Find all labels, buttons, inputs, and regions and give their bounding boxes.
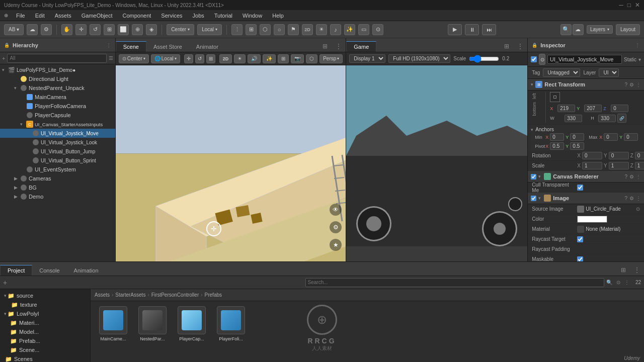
- menu-services[interactable]: Services: [159, 12, 184, 20]
- rt-more-icon[interactable]: ⋮: [636, 82, 641, 87]
- layers-dropdown[interactable]: Layers ▾: [587, 25, 613, 34]
- image-component-header[interactable]: ▾ Image ? ⚙ ⋮: [528, 193, 644, 204]
- tag-dropdown[interactable]: Untagged: [543, 68, 580, 77]
- tab-animation[interactable]: Animation: [67, 265, 106, 276]
- scene-fx-btn[interactable]: ✨: [263, 54, 276, 63]
- view-toggle[interactable]: ⊙: [372, 24, 383, 35]
- menu-window[interactable]: Window: [240, 12, 264, 20]
- sidebar-prefab[interactable]: 📁 Prefab...: [0, 336, 90, 345]
- inspector-more[interactable]: ⋮: [635, 42, 640, 48]
- snap-toggle[interactable]: ⋮: [231, 24, 243, 35]
- light-toggle[interactable]: ☀: [316, 24, 327, 35]
- settings-btn[interactable]: ⚙: [41, 24, 52, 35]
- scene-maximize-btn[interactable]: ⊞: [318, 41, 332, 52]
- tree-item-eventsystem[interactable]: UI_EventSystem: [0, 165, 115, 174]
- rot-x-input[interactable]: [582, 152, 602, 159]
- maximize-btn[interactable]: □: [627, 2, 631, 9]
- pos-x-input[interactable]: [557, 105, 575, 112]
- grid-toggle[interactable]: ⊞: [246, 24, 257, 35]
- game-resolution-dropdown[interactable]: Full HD (1920x1080): [388, 54, 450, 63]
- sidebar-lowpoly[interactable]: ▾ 📁 LowPolyI: [0, 309, 90, 318]
- close-btn[interactable]: ✕: [635, 2, 640, 9]
- rect-transform-header[interactable]: ▾ ⊞ Rect Transform ? ⚙ ⋮: [528, 79, 644, 90]
- scene-move-tool[interactable]: ✛: [184, 54, 193, 63]
- tree-item-nested[interactable]: ▾ NestedParent_Unpack: [0, 83, 115, 93]
- anchors-header[interactable]: ▾ Anchors: [531, 126, 641, 133]
- anchor-min-x-input[interactable]: [550, 133, 564, 141]
- color-swatch[interactable]: [577, 216, 607, 223]
- scene-3d-view[interactable]: X Y Z ✛: [116, 65, 346, 261]
- breadcrumb-assets[interactable]: Assets: [95, 292, 110, 298]
- layer-dropdown[interactable]: UI: [599, 68, 619, 77]
- menu-assets[interactable]: Assets: [53, 12, 73, 20]
- scene-toggle[interactable]: ▭: [358, 24, 369, 35]
- pause-btn[interactable]: ⏸: [465, 24, 479, 35]
- raycast-target-checkbox[interactable]: [577, 236, 583, 242]
- tree-item-cameras[interactable]: ▶ Cameras: [0, 174, 115, 183]
- anchor-preview[interactable]: [550, 92, 560, 102]
- scene-tab[interactable]: Scene: [116, 41, 146, 52]
- static-arrow[interactable]: ▾: [638, 57, 641, 62]
- asset-playerfol[interactable]: PlayerFoli...: [213, 306, 249, 341]
- img-settings[interactable]: ⚙: [629, 196, 634, 201]
- menu-edit[interactable]: Edit: [33, 12, 47, 20]
- image-enabled[interactable]: [531, 196, 536, 201]
- game-scale-slider[interactable]: [469, 55, 499, 62]
- rect-tool[interactable]: ⬜: [118, 24, 129, 35]
- scene-audio-btn[interactable]: 🔊: [248, 54, 261, 63]
- hierarchy-add-btn[interactable]: +: [2, 55, 5, 61]
- animator-tab[interactable]: Animator: [189, 41, 225, 52]
- obj-enabled-checkbox[interactable]: [531, 56, 537, 62]
- local-btn[interactable]: Local ▾: [197, 24, 222, 35]
- scene-more-btn[interactable]: ⋮: [332, 41, 346, 52]
- tree-item-maincam[interactable]: MainCamera: [0, 93, 115, 102]
- menu-tutorial[interactable]: Tutorial: [212, 12, 234, 20]
- search-icon[interactable]: 🔍: [560, 24, 572, 35]
- icon-toggle[interactable]: ⚑: [288, 24, 299, 35]
- pos-z-input[interactable]: [611, 105, 628, 112]
- maskable-checkbox[interactable]: [577, 256, 583, 262]
- scene-gizmo-btn[interactable]: ⬡: [306, 54, 317, 63]
- scene-grid-btn[interactable]: ⊞: [278, 54, 289, 63]
- asset-playercap[interactable]: PlayerCap...: [174, 306, 209, 341]
- bottom-maximize-btn[interactable]: ⊞: [617, 264, 630, 276]
- rotate-tool[interactable]: ↺: [90, 24, 101, 35]
- breadcrumb-starter[interactable]: StarterAssets: [115, 292, 145, 298]
- move-gizmo[interactable]: ✛: [206, 221, 221, 236]
- pivot-y-input[interactable]: [570, 142, 584, 150]
- rot-z-input[interactable]: [635, 152, 644, 159]
- cr-settings[interactable]: ⚙: [629, 174, 634, 179]
- step-btn[interactable]: ⏭: [482, 24, 496, 35]
- rt-help-icon[interactable]: ?: [624, 82, 627, 87]
- tree-item-scene[interactable]: ▾ 🎬 LowPolyFPS_Lite_Demo●: [0, 65, 115, 74]
- width-input[interactable]: [565, 115, 582, 122]
- cloud-btn[interactable]: ☁: [27, 24, 38, 35]
- scale-y-input[interactable]: [609, 162, 629, 169]
- scene-rotate-tool[interactable]: ↺: [195, 54, 204, 63]
- anchor-max-x-input[interactable]: [604, 133, 618, 141]
- joystick-left[interactable]: [356, 206, 391, 241]
- center-btn[interactable]: Center ▾: [167, 24, 194, 35]
- project-search-input[interactable]: [305, 278, 604, 287]
- scale-x-input[interactable]: [582, 162, 602, 169]
- tab-console[interactable]: Console: [32, 265, 66, 276]
- scene-local-btn[interactable]: 🌐 Local ▾: [151, 54, 180, 63]
- pos-y-input[interactable]: [584, 105, 602, 112]
- project-add-btn[interactable]: +: [3, 279, 7, 287]
- scene-2d-btn[interactable]: 2D: [219, 54, 232, 63]
- game-display-dropdown[interactable]: Display 1: [349, 54, 385, 63]
- physics-toggle[interactable]: ○: [274, 24, 285, 35]
- project-filter-btn[interactable]: ⊙: [616, 280, 620, 285]
- menu-help[interactable]: Help: [270, 12, 286, 20]
- audio-toggle[interactable]: ♪: [330, 24, 341, 35]
- obj-icon-display[interactable]: ⊙: [539, 54, 545, 65]
- fx-toggle[interactable]: ✨: [344, 24, 355, 35]
- bottom-more-btn[interactable]: ⋮: [630, 264, 644, 276]
- layout-btn[interactable]: Layout: [616, 24, 640, 35]
- scene-cam-btn[interactable]: 📷: [291, 54, 304, 63]
- joystick-right[interactable]: [482, 211, 517, 246]
- menu-jobs[interactable]: Jobs: [191, 12, 206, 20]
- transform-tool[interactable]: ⊕: [132, 24, 143, 35]
- tree-item-followcam[interactable]: PlayerFollowCamera: [0, 102, 115, 111]
- breadcrumb-fps[interactable]: FirstPersonController: [151, 292, 199, 298]
